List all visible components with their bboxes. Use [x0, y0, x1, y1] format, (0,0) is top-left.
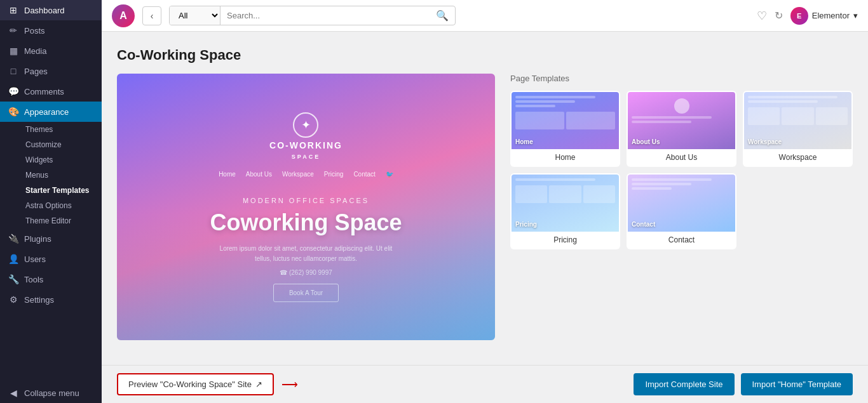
- main-content: A ‹ All Pages Blocks 🔍 ♡ ↻ E Elementor ▾: [102, 0, 868, 403]
- bottom-bar: Preview "Co-Working Space" Site ↗ ⟶ Impo…: [102, 365, 868, 403]
- sidebar-item-plugins[interactable]: 🔌 Plugins: [0, 228, 102, 249]
- preview-site-button[interactable]: Preview "Co-Working Space" Site ↗: [117, 373, 274, 395]
- sidebar-item-starter-templates[interactable]: Starter Templates: [20, 183, 102, 198]
- media-icon: ▦: [8, 46, 19, 56]
- preview-cta-button[interactable]: Book A Tour: [273, 284, 339, 302]
- sidebar-item-themes[interactable]: Themes: [20, 122, 102, 137]
- template-card-home[interactable]: Home Home: [510, 91, 620, 167]
- template-card-about-us[interactable]: About Us About Us: [627, 91, 736, 167]
- template-card-contact[interactable]: Contact Contact: [627, 173, 736, 249]
- sidebar-item-widgets[interactable]: Widgets: [20, 152, 102, 168]
- site-preview: ✦ Co-WorkingSPACE Home About Us Workspac…: [117, 74, 495, 340]
- pages-icon: □: [8, 66, 19, 76]
- sidebar-item-pages[interactable]: □ Pages: [0, 61, 102, 81]
- bottom-actions: Import Complete Site Import "Home" Templ…: [634, 373, 853, 395]
- template-thumb-pricing: Pricing: [512, 175, 619, 232]
- import-home-template-button[interactable]: Import "Home" Template: [741, 373, 853, 395]
- import-complete-site-button[interactable]: Import Complete Site: [634, 373, 734, 395]
- favorites-icon[interactable]: ♡: [757, 9, 767, 23]
- sidebar-item-tools[interactable]: 🔧 Tools: [0, 269, 102, 289]
- template-thumb-contact: Contact: [628, 175, 735, 232]
- appearance-submenu: Themes Customize Widgets Menus Starter T…: [0, 122, 102, 228]
- templates-grid: Home Home: [510, 91, 853, 249]
- user-menu[interactable]: E Elementor ▾: [790, 7, 858, 25]
- users-icon: 👤: [8, 254, 19, 264]
- back-button[interactable]: ‹: [142, 6, 161, 25]
- templates-section-title: Page Templates: [510, 74, 853, 83]
- preview-phone: ☎ (262) 990 9997: [280, 269, 332, 276]
- template-label-about-us: About Us: [628, 149, 735, 166]
- topbar: A ‹ All Pages Blocks 🔍 ♡ ↻ E Elementor ▾: [102, 0, 868, 32]
- sidebar-item-customize[interactable]: Customize: [20, 137, 102, 152]
- page-title: Co-Working Space: [117, 47, 853, 63]
- sidebar-item-collapse[interactable]: ◀ Collapse menu: [0, 383, 102, 403]
- template-label-workspace: Workspace: [744, 149, 851, 166]
- preview-hero-sub: Modern Office Spaces: [243, 197, 369, 204]
- sidebar-item-media[interactable]: ▦ Media: [0, 41, 102, 61]
- comments-icon: 💬: [8, 86, 19, 96]
- preview-site-name: Co-WorkingSPACE: [269, 140, 342, 161]
- preview-nav: Home About Us Workspace Pricing Contact …: [219, 171, 393, 178]
- templates-panel: Page Templates: [510, 74, 853, 365]
- template-thumb-workspace: Workspace: [744, 92, 851, 149]
- sidebar-item-users[interactable]: 👤 Users: [0, 249, 102, 269]
- settings-icon: ⚙: [8, 294, 19, 305]
- sidebar-item-theme-editor[interactable]: Theme Editor: [20, 213, 102, 228]
- chevron-down-icon: ▾: [853, 11, 858, 20]
- sidebar-item-menus[interactable]: Menus: [20, 168, 102, 183]
- topbar-actions: ♡ ↻ E Elementor ▾: [757, 7, 858, 25]
- preview-hero-desc: Lorem ipsum dolor sit amet, consectetur …: [220, 244, 393, 264]
- filter-select[interactable]: All Pages Blocks: [170, 6, 220, 25]
- topbar-logo: A: [112, 4, 135, 27]
- search-input[interactable]: [220, 7, 430, 24]
- thumb-label-about-us: About Us: [632, 138, 660, 145]
- tools-icon: 🔧: [8, 274, 19, 284]
- external-link-icon: ↗: [255, 380, 262, 389]
- thumb-label-contact: Contact: [632, 221, 655, 228]
- template-thumb-home: Home: [512, 92, 619, 149]
- refresh-icon[interactable]: ↻: [775, 10, 783, 22]
- collapse-icon: ◀: [8, 388, 19, 398]
- template-card-workspace[interactable]: Workspace Workspace: [743, 91, 853, 167]
- sidebar-item-comments[interactable]: 💬 Comments: [0, 81, 102, 102]
- sidebar-item-dashboard[interactable]: ⊞ Dashboard: [0, 0, 102, 20]
- preview-hero-title: Coworking Space: [210, 209, 402, 236]
- thumb-label-home: Home: [515, 138, 533, 145]
- preview-logo-icon: ✦: [293, 112, 318, 138]
- sidebar-item-astra-options[interactable]: Astra Options: [20, 198, 102, 213]
- search-icon: 🔍: [430, 10, 455, 22]
- template-card-pricing[interactable]: Pricing Pricing: [510, 173, 620, 249]
- arrow-indicator: ⟶: [281, 378, 298, 392]
- template-label-pricing: Pricing: [512, 232, 619, 248]
- thumb-label-workspace: Workspace: [748, 138, 782, 145]
- sidebar-item-appearance[interactable]: 🎨 Appearance: [0, 102, 102, 122]
- thumb-label-pricing: Pricing: [515, 221, 537, 228]
- template-thumb-about-us: About Us: [628, 92, 735, 149]
- content-body: ✦ Co-WorkingSPACE Home About Us Workspac…: [117, 74, 853, 365]
- search-bar: All Pages Blocks 🔍: [169, 6, 456, 25]
- sidebar-item-posts[interactable]: ✏ Posts: [0, 20, 102, 41]
- sidebar-item-settings[interactable]: ⚙ Settings: [0, 289, 102, 310]
- plugins-icon: 🔌: [8, 234, 19, 244]
- preview-logo: ✦ Co-WorkingSPACE: [269, 112, 342, 161]
- avatar: E: [790, 7, 808, 25]
- template-label-contact: Contact: [628, 232, 735, 248]
- preview-link-container: Preview "Co-Working Space" Site ↗ ⟶: [117, 373, 298, 395]
- content-inner: Co-Working Space ✦ Co-WorkingSPACE Home …: [102, 32, 868, 365]
- sidebar: ⊞ Dashboard ✏ Posts ▦ Media □ Pages 💬 Co…: [0, 0, 102, 403]
- appearance-icon: 🎨: [8, 107, 19, 117]
- posts-icon: ✏: [8, 25, 19, 36]
- template-label-home: Home: [512, 149, 619, 166]
- dashboard-icon: ⊞: [8, 5, 19, 15]
- content-area: Co-Working Space ✦ Co-WorkingSPACE Home …: [102, 32, 868, 403]
